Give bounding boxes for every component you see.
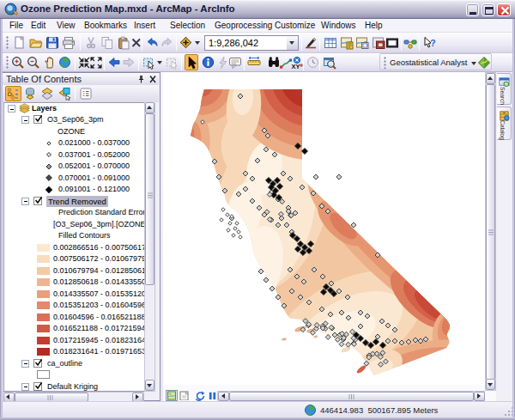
svg-text:XY: XY (292, 63, 300, 70)
svg-text:?: ? (430, 38, 436, 48)
